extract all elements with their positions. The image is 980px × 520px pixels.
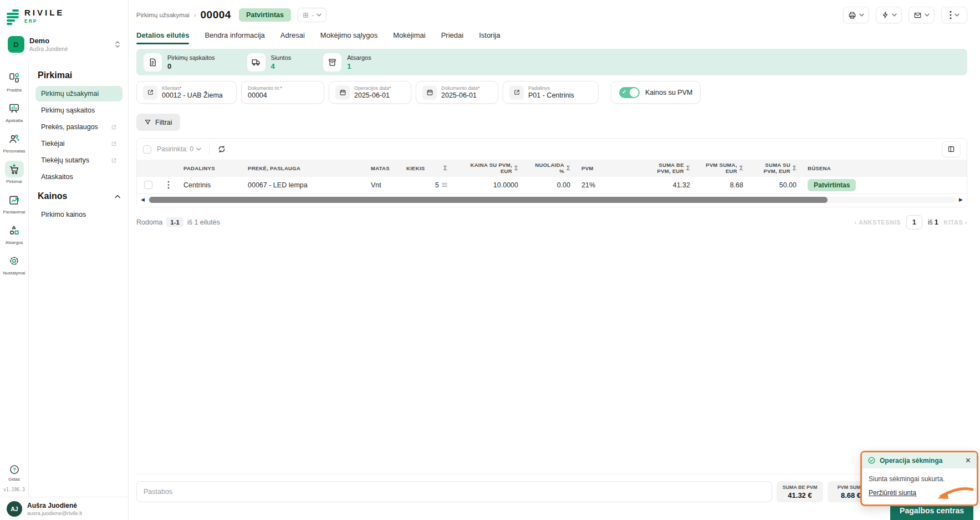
- rivile-logo-icon: [7, 8, 19, 25]
- tab-adresai[interactable]: Adresai: [280, 31, 305, 44]
- field-klientas[interactable]: Klientas* 00012 - UAB Žiema: [136, 81, 237, 104]
- invoice-document-icon: [144, 53, 162, 72]
- list-icon[interactable]: [442, 182, 447, 187]
- page-header: Pirkimų užsakymai › 00004 Patvirtintas -: [136, 7, 967, 23]
- annotation-arrow-icon: [934, 487, 974, 501]
- cell-matas: Vnt: [365, 179, 401, 191]
- col-kiekis[interactable]: KIEKISΣ: [401, 162, 453, 174]
- tab-priedai[interactable]: Priedai: [441, 31, 463, 44]
- page-title: 00004: [201, 9, 231, 21]
- sidebar-item-tiekejai[interactable]: Tiekėjai: [35, 136, 122, 151]
- column-settings-button[interactable]: [942, 141, 961, 157]
- cart-icon: [5, 161, 24, 177]
- grid-icon: [303, 12, 309, 18]
- printer-icon: [848, 11, 856, 19]
- rail-item-pirkimai[interactable]: Pirkimai: [1, 157, 28, 188]
- view-shipment-link[interactable]: Peržiūrėti siuntą: [869, 489, 916, 497]
- field-padalinys[interactable]: Padalinys P01 - Centrinis: [503, 81, 599, 104]
- notes-input[interactable]: [136, 481, 772, 502]
- workspace-selector[interactable]: D Demo Aušra Juodienė: [7, 34, 121, 55]
- table-row[interactable]: Centrinis 00067 - LED lempa Vnt 5 10.000…: [137, 177, 967, 194]
- sidebar-menu: Pirkimai Pirkimų užsakymai Pirkimų sąska…: [29, 60, 128, 497]
- email-dropdown-button[interactable]: [908, 7, 935, 23]
- brand-logo: RIVILE ERP: [7, 8, 121, 25]
- menu-section-kainos[interactable]: Kainos: [35, 189, 122, 207]
- rail-item-pradzia[interactable]: Pradžia: [1, 66, 28, 96]
- rail-item-personalas[interactable]: Personalas: [1, 127, 28, 157]
- tab-mokejimo-salygos[interactable]: Mokėjimo sąlygos: [320, 31, 377, 44]
- sum-icon: Σ: [566, 165, 570, 172]
- scrollbar-track[interactable]: [148, 197, 956, 203]
- chevron-down-icon: [925, 13, 930, 17]
- stat-value: 4: [271, 62, 292, 70]
- tab-detalios-eilutes[interactable]: Detalios eilutės: [136, 31, 189, 44]
- sidebar-item-pirkimu-uzsakymai[interactable]: Pirkimų užsakymai: [35, 86, 122, 101]
- table-header-row: PADALINYS PREKĖ, PASLAUGA MATAS KIEKISΣ …: [137, 160, 967, 177]
- col-kaina-su-pvm[interactable]: KAINA SU PVM, EURΣ: [453, 160, 524, 177]
- col-pvm[interactable]: PVM: [576, 163, 638, 174]
- row-kebab-icon[interactable]: [167, 181, 170, 189]
- cell-kaina-su-pvm: 10.0000: [453, 179, 524, 191]
- actions-dropdown-button[interactable]: [876, 7, 902, 23]
- stat-pirkimu-saskaitos[interactable]: Pirkimų sąskaitos 0: [144, 53, 215, 72]
- refresh-icon[interactable]: [217, 145, 226, 154]
- sum-icon: Σ: [514, 165, 518, 172]
- row-checkbox[interactable]: [144, 181, 152, 189]
- tab-bendra-informacija[interactable]: Bendra informacija: [205, 31, 264, 44]
- col-suma-su-pvm[interactable]: SUMA SU PVM, EURΣ: [749, 160, 802, 177]
- field-dokumento-data[interactable]: Dokumento data* 2025-06-01: [416, 81, 498, 104]
- col-suma-be-pvm[interactable]: SUMA BE PVM, EURΣ: [638, 160, 696, 177]
- filter-button[interactable]: Filtrai: [136, 114, 180, 131]
- tab-mokejimai[interactable]: Mokėjimai: [393, 31, 426, 44]
- next-page-button[interactable]: KITAS ›: [944, 219, 967, 226]
- chevron-down-icon: [859, 13, 864, 17]
- sidebar-item-pirkimo-kainos[interactable]: Pirkimo kainos: [35, 207, 122, 222]
- sidebar-item-pirkimu-saskaitos[interactable]: Pirkimų sąskaitos: [35, 103, 122, 118]
- col-padalinys[interactable]: PADALINYS: [178, 163, 242, 174]
- rail-item-nustatymai[interactable]: Nustatymai: [1, 249, 28, 279]
- updown-selector-icon: [115, 40, 120, 48]
- rail-item-atsargos[interactable]: Atsargos: [1, 218, 28, 249]
- col-preke-paslauga[interactable]: PREKĖ, PASLAUGA: [242, 163, 365, 174]
- sidebar-panel: RIVILE ERP D Demo Aušra Juodienė: [0, 0, 129, 520]
- app-version: v1.196.3: [3, 487, 25, 492]
- view-selector-dropdown[interactable]: -: [298, 8, 326, 22]
- stat-siuntos[interactable]: Siuntos 4: [247, 53, 292, 72]
- calendar-icon: [422, 85, 437, 100]
- col-matas[interactable]: MATAS: [365, 163, 401, 174]
- scrollbar-thumb[interactable]: [149, 197, 828, 203]
- rail-item-apskaita[interactable]: Apskaita: [1, 96, 28, 127]
- sidebar-item-ataskaitos[interactable]: Ataskaitos: [35, 169, 122, 185]
- page-number-input[interactable]: [906, 215, 922, 230]
- field-operacijos-data[interactable]: Operacijos data* 2025-06-01: [329, 81, 411, 104]
- select-all-checkbox[interactable]: [143, 145, 151, 154]
- totals-bar: SUMA BE PVM 41.32 € PVM SUMA 8.68 €: [136, 474, 967, 502]
- rail-item-pardavimai[interactable]: Pardavimai: [1, 188, 28, 218]
- stat-value: 1: [347, 62, 371, 70]
- print-dropdown-button[interactable]: [843, 7, 869, 23]
- col-nuolaida[interactable]: NUOLAIDA %Σ: [524, 160, 576, 177]
- stat-atsargos[interactable]: Atsargos 1: [323, 53, 371, 72]
- guide-button[interactable]: ? Gidas: [8, 464, 20, 482]
- funnel-icon: [144, 119, 151, 126]
- more-dropdown-button[interactable]: [941, 7, 967, 23]
- sidebar-item-tiekeju-sutartys[interactable]: Tiekėjų sutartys: [35, 152, 122, 168]
- user-email: ausra.juodiene@rivile.lt: [27, 510, 82, 516]
- prev-page-button[interactable]: ‹ ANKSTESNIS: [855, 219, 901, 226]
- dashboard-icon: [5, 69, 24, 86]
- breadcrumb-parent[interactable]: Pirkimų užsakymai: [136, 12, 190, 18]
- toggle-kainos-su-pvm[interactable]: ✓ Kainos su PVM: [611, 81, 701, 104]
- field-dokumento-nr[interactable]: Dokumento nr.* 00004: [241, 81, 324, 104]
- toggle-switch[interactable]: ✓: [619, 87, 640, 98]
- user-footer[interactable]: AJ Aušra Juodienė ausra.juodiene@rivile.…: [0, 497, 128, 520]
- scroll-right-icon[interactable]: ▶: [959, 197, 963, 202]
- tab-istorija[interactable]: Istorija: [479, 31, 500, 44]
- lines-table-card: Pasirinkta: 0 PADALINYS PREKĖ, PASLAUGA …: [136, 138, 967, 207]
- selected-count-dropdown[interactable]: Pasirinkta: 0: [157, 145, 201, 153]
- sidebar-item-prekes-paslaugos[interactable]: Prekės, paslaugos: [35, 119, 122, 135]
- stat-value: 0: [167, 62, 215, 70]
- col-busena[interactable]: BŪSENA: [802, 163, 869, 174]
- scroll-left-icon[interactable]: ◀: [141, 197, 145, 202]
- close-icon[interactable]: ✕: [965, 457, 971, 464]
- col-pvm-suma[interactable]: PVM SUMA, EURΣ: [696, 160, 749, 177]
